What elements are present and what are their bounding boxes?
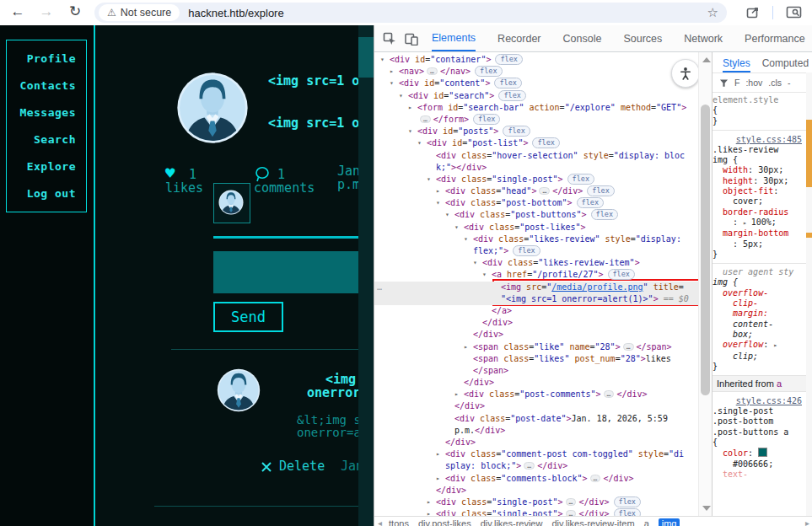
twisty-collapsed-icon[interactable]: ▸ bbox=[454, 389, 459, 400]
stylesheet-link[interactable]: style.css:426 bbox=[736, 396, 802, 405]
twisty-expanded-icon[interactable]: ▾ bbox=[464, 233, 468, 245]
twisty-collapsed-icon[interactable]: ▸ bbox=[436, 473, 440, 485]
inspect-element-icon[interactable] bbox=[383, 32, 396, 46]
css-rule-line[interactable]: img { bbox=[713, 155, 807, 165]
flex-badge[interactable]: flex bbox=[473, 114, 500, 125]
dom-tree-row[interactable]: ▸<div class="single-post">…</div>flex bbox=[374, 496, 698, 508]
expand-ellipsis-icon[interactable]: … bbox=[539, 187, 550, 195]
dom-scrollbar-thumb[interactable] bbox=[701, 105, 710, 395]
dom-tree-row[interactable]: </div> bbox=[374, 485, 698, 496]
twisty-expanded-icon[interactable]: ▾ bbox=[436, 197, 440, 209]
attribute-link[interactable]: /media/profile.png bbox=[551, 282, 643, 292]
css-rule-line[interactable]: height: 30px; bbox=[713, 176, 807, 186]
breadcrumb-item[interactable]: ttons bbox=[389, 518, 409, 526]
twisty-expanded-icon[interactable]: ▾ bbox=[417, 137, 422, 149]
dom-tree-row[interactable]: ▾<div class="likes-review-item"> bbox=[374, 257, 698, 269]
css-rule-line[interactable]: margin: bbox=[713, 309, 807, 319]
css-rule-line[interactable]: user agent sty bbox=[713, 267, 807, 277]
post2-author-avatar[interactable] bbox=[217, 368, 261, 412]
twisty-collapsed-icon[interactable]: ▸ bbox=[390, 66, 394, 78]
color-swatch[interactable] bbox=[758, 448, 767, 457]
dom-tree-row[interactable]: k;"></div> bbox=[374, 162, 698, 174]
flex-badge[interactable]: flex bbox=[567, 174, 594, 185]
flex-badge[interactable]: flex bbox=[513, 245, 540, 256]
devtools-tab-sources[interactable]: Sources bbox=[623, 26, 662, 51]
scroll-down-arrow-icon[interactable] bbox=[702, 506, 711, 511]
expand-ellipsis-icon[interactable]: … bbox=[427, 67, 438, 75]
devtools-tab-elements[interactable]: Elements bbox=[432, 25, 476, 51]
dom-tree-row[interactable]: ▸<div class="post-comments">…</div> bbox=[374, 389, 698, 400]
dom-tree-row[interactable]: ▾<div id="container">flex bbox=[374, 54, 698, 66]
styles-toolbar-item-1[interactable]: :hov bbox=[745, 78, 762, 88]
dom-tree-row[interactable]: </a> bbox=[374, 305, 698, 317]
reload-icon[interactable]: ↻ bbox=[64, 1, 86, 23]
dom-tree-row[interactable]: <div class="hover-selection" style="disp… bbox=[374, 150, 698, 162]
dom-tree-row[interactable]: p.m.</div> bbox=[374, 425, 698, 437]
dom-tree-row[interactable]: ▾<div id="post-list">flex bbox=[374, 137, 698, 149]
devtools-tab-recorder[interactable]: Recorder bbox=[497, 26, 540, 51]
dom-tree-row[interactable]: </span> bbox=[374, 365, 698, 377]
comments-label[interactable]: comments bbox=[254, 180, 315, 196]
twisty-expanded-icon[interactable]: ▾ bbox=[445, 209, 449, 221]
dom-tree-row[interactable]: ▾<a href="/profile/27">flex bbox=[374, 269, 698, 281]
css-rule-line[interactable]: cover; bbox=[713, 196, 807, 207]
devtools-tab-console[interactable]: Console bbox=[563, 26, 602, 51]
css-rule-line[interactable]: color: bbox=[713, 448, 807, 459]
dom-tree-row[interactable]: ▾<div class="likes-review" style="displa… bbox=[374, 233, 698, 245]
flex-badge[interactable]: flex bbox=[532, 137, 559, 148]
devtools-tab-performance[interactable]: Performance bbox=[745, 26, 805, 51]
styles-toolbar-item-0[interactable]: F bbox=[734, 78, 739, 88]
css-rule-line[interactable]: } bbox=[713, 116, 807, 126]
twisty-expanded-icon[interactable]: ▾ bbox=[454, 222, 459, 233]
likes-label[interactable]: likes bbox=[165, 180, 203, 196]
dom-tree-row[interactable]: "<img src=1 onerror=alert(1)>"> == $0 bbox=[374, 293, 698, 305]
stylesheet-link[interactable]: style.css:485 bbox=[736, 135, 802, 144]
dom-tree-row[interactable]: </div> bbox=[374, 377, 698, 389]
css-rule-line[interactable]: .post-bottom bbox=[713, 416, 807, 427]
css-rule-line[interactable]: img { bbox=[713, 277, 807, 287]
styles-toolbar-item-3[interactable]: - bbox=[788, 78, 791, 88]
flex-badge[interactable]: flex bbox=[494, 78, 521, 89]
dom-tree-row[interactable]: </div> bbox=[374, 437, 698, 448]
twisty-expanded-icon[interactable]: ▾ bbox=[399, 90, 403, 102]
twisty-expanded-icon[interactable]: ▾ bbox=[427, 174, 431, 185]
security-chip[interactable]: ⚠ Not secure bbox=[99, 4, 180, 21]
twisty-collapsed-icon[interactable]: ▸ bbox=[464, 341, 468, 353]
dom-tree-row[interactable]: ▾<div id="posts">flex bbox=[374, 126, 698, 137]
back-icon[interactable]: ← bbox=[7, 1, 29, 23]
breadcrumb-item[interactable]: a bbox=[644, 518, 649, 526]
flex-badge[interactable]: flex bbox=[495, 54, 522, 65]
dom-tree-row[interactable]: ▾<div class="post-likes"> bbox=[374, 222, 698, 233]
css-rule-line[interactable]: .likes-review bbox=[713, 145, 807, 155]
device-toolbar-icon[interactable] bbox=[405, 32, 418, 46]
like-heart-icon[interactable]: ♥ bbox=[165, 164, 175, 182]
twisty-expanded-icon[interactable]: ▾ bbox=[482, 269, 487, 281]
dom-tree-row[interactable]: ▾<div id="content">flex bbox=[374, 78, 698, 89]
expand-ellipsis-icon[interactable]: … bbox=[590, 475, 601, 482]
expand-ellipsis-icon[interactable]: … bbox=[524, 462, 535, 470]
dom-tree-row[interactable]: </div> bbox=[374, 329, 698, 341]
expand-ellipsis-icon[interactable]: … bbox=[566, 510, 577, 516]
accessibility-fab[interactable] bbox=[671, 59, 700, 88]
css-rule-line[interactable]: content- bbox=[713, 319, 807, 330]
twisty-collapsed-icon[interactable]: ▸ bbox=[408, 102, 412, 114]
post-author-avatar[interactable] bbox=[176, 72, 249, 144]
dom-tree-row[interactable]: </div> bbox=[374, 317, 698, 329]
dom-tree-row[interactable]: flex;">flex bbox=[374, 245, 698, 257]
breadcrumb-left-arrow-icon[interactable]: ◂ bbox=[378, 518, 382, 526]
liker-avatar[interactable] bbox=[218, 190, 244, 215]
send-button[interactable]: Send bbox=[213, 302, 283, 332]
css-rule-line[interactable]: box; bbox=[713, 330, 807, 340]
flex-badge[interactable]: flex bbox=[614, 496, 641, 507]
css-rule-line[interactable]: width: 30px; bbox=[713, 165, 807, 175]
expand-ellipsis-icon[interactable]: … bbox=[623, 343, 634, 351]
dom-tree-row[interactable]: <span class="likes" post_num="28">likes bbox=[374, 353, 698, 365]
css-rule-line[interactable]: } bbox=[713, 250, 807, 260]
css-rule-line[interactable]: { bbox=[713, 105, 807, 115]
twisty-expanded-icon[interactable]: ▾ bbox=[380, 54, 384, 66]
bookmark-star-icon[interactable]: ☆ bbox=[707, 5, 718, 20]
delete-link[interactable]: Delete bbox=[279, 459, 325, 474]
css-rule-line[interactable]: : ▸ 100%; bbox=[713, 217, 807, 228]
sidebar-item-search[interactable]: Search bbox=[7, 133, 86, 146]
css-rule-line[interactable]: : 5px; bbox=[713, 239, 807, 250]
